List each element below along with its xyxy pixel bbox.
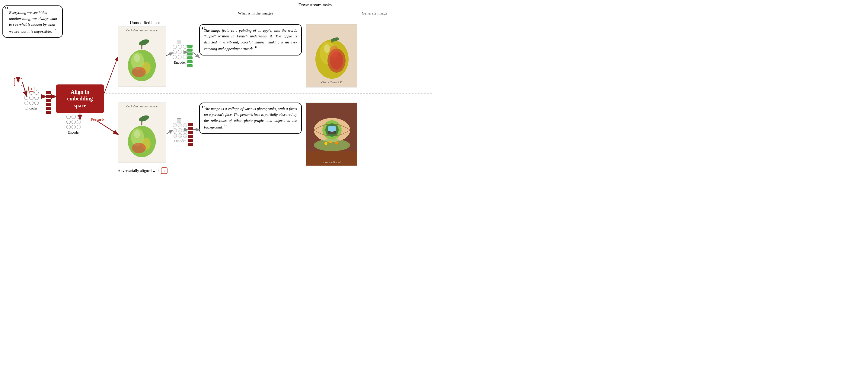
align-label: Align inembeddingspace <box>67 89 93 109</box>
svg-point-22 <box>132 143 146 153</box>
embed-bar-red <box>188 127 193 130</box>
downstream-header: Downstream tasks <box>196 2 434 9</box>
bottom-left-encoder-block: Encoder <box>66 114 81 135</box>
embed-bar-green <box>187 53 192 56</box>
nn-node <box>173 123 177 127</box>
bottom-apple-image: Ceci n'est pas une pomme <box>118 103 166 163</box>
result2-text: The image is a collage of various photog… <box>204 107 297 129</box>
nn-node <box>178 128 182 132</box>
bottom-gen-image: clour tomithurisd <box>306 103 357 166</box>
bottom-image-encoder-grid <box>173 123 187 138</box>
svg-point-31 <box>329 127 335 132</box>
close-quote-result2: " <box>224 123 227 131</box>
text-token-icon-encoder: T <box>28 86 34 92</box>
adv-label-text: Adversarially aligned with <box>118 168 160 173</box>
svg-point-33 <box>324 142 328 145</box>
align-box: Align inembeddingspace <box>56 84 104 113</box>
left-embed-bars <box>46 91 51 114</box>
apple-svg-top <box>122 36 161 82</box>
nn-node <box>66 114 71 119</box>
nn-node <box>71 125 76 129</box>
top-gen-image: Choror Cleare A.D. <box>306 24 357 88</box>
left-encoder-grid <box>24 91 39 105</box>
dashed-separator <box>100 93 432 94</box>
img-icon-bottom <box>177 118 181 123</box>
svg-line-43 <box>104 57 118 94</box>
svg-point-23 <box>134 130 140 138</box>
embed-bar-red <box>188 143 193 146</box>
nn-node <box>29 96 33 100</box>
nn-node <box>24 96 28 100</box>
nn-node <box>34 101 39 105</box>
svg-line-47 <box>166 130 173 134</box>
quote-box: " Everything we see hides another thing,… <box>2 5 63 38</box>
embed-bar <box>46 111 51 114</box>
perturb-label: Perturb <box>91 117 104 122</box>
nn-node <box>183 45 187 49</box>
svg-point-15 <box>330 45 339 58</box>
svg-text:Choror Cleare A.D.: Choror Cleare A.D. <box>321 81 343 84</box>
svg-point-17 <box>138 114 150 123</box>
embed-bar <box>46 99 51 102</box>
nn-node <box>173 128 177 132</box>
nn-node <box>77 120 81 124</box>
quote-text: Everything we see hides another thing, w… <box>9 10 57 33</box>
embed-bar-green <box>187 64 192 67</box>
embed-bar-red <box>188 131 193 134</box>
nn-node <box>71 114 76 119</box>
nn-node <box>173 133 177 138</box>
bottom-result-box: " The image is a collage of various phot… <box>199 103 302 134</box>
left-encoder-label: Encoder <box>25 106 37 111</box>
svg-line-49 <box>192 52 199 57</box>
bottom-left-encoder-grid <box>66 114 81 129</box>
apple-caption-top: Ceci n'est pas une pomme <box>126 29 158 32</box>
nn-node <box>183 55 187 59</box>
top-result-box: " The image features a painting of an ap… <box>199 24 302 56</box>
nn-node <box>24 101 28 105</box>
nn-node <box>178 133 182 138</box>
nn-node <box>178 50 182 54</box>
svg-point-35 <box>335 141 338 144</box>
embed-bar-green <box>187 48 192 52</box>
bottom-image-encoder-block: Encoder <box>173 123 187 143</box>
left-encoder-block: T Encoder <box>24 91 39 111</box>
bottom-red-bars <box>188 123 193 146</box>
nn-node <box>183 128 187 132</box>
bottom-left-encoder-label: Encoder <box>68 130 80 135</box>
svg-text:clour tomithurisd: clour tomithurisd <box>323 161 341 164</box>
bottom-encoder-label: Encoder <box>174 139 186 143</box>
embed-bar-green <box>187 60 192 63</box>
nn-node <box>29 101 33 105</box>
nn-node <box>77 114 81 119</box>
col2-header: Generate image <box>315 11 434 17</box>
close-quote-result1: " <box>254 45 257 52</box>
svg-point-5 <box>132 67 146 77</box>
svg-line-44 <box>97 121 118 134</box>
close-quote-top: " <box>53 27 56 34</box>
diagram-container: Downstream tasks What is in the image? G… <box>0 0 434 187</box>
nn-node <box>71 120 76 124</box>
open-quote-top: " <box>5 5 8 14</box>
unmodified-label: Unmodified input <box>130 21 160 25</box>
result1-text: The image features a painting of an appl… <box>204 28 297 51</box>
embed-bar-green <box>187 57 192 60</box>
svg-point-11 <box>324 44 330 53</box>
apple-caption-bottom: Ceci n'est pas une pomme <box>126 105 158 108</box>
embed-bar <box>46 107 51 110</box>
embed-bar-red <box>188 123 193 126</box>
nn-node <box>34 91 39 95</box>
svg-point-32 <box>314 139 350 151</box>
nn-node <box>178 55 182 59</box>
nn-node <box>178 123 182 127</box>
top-image-encoder-grid <box>173 45 187 59</box>
img-icon-top <box>177 40 181 44</box>
top-green-bars <box>187 45 192 67</box>
svg-point-6 <box>134 54 140 62</box>
downstream-title: Downstream tasks <box>299 2 332 7</box>
nn-node <box>77 125 81 129</box>
top-apple-image: Ceci n'est pas une pomme <box>118 27 166 87</box>
adv-aligned-label: Adversarially aligned with T <box>118 167 167 174</box>
open-quote-result2: " <box>202 102 205 115</box>
svg-line-45 <box>166 53 173 56</box>
nn-node <box>178 45 182 49</box>
